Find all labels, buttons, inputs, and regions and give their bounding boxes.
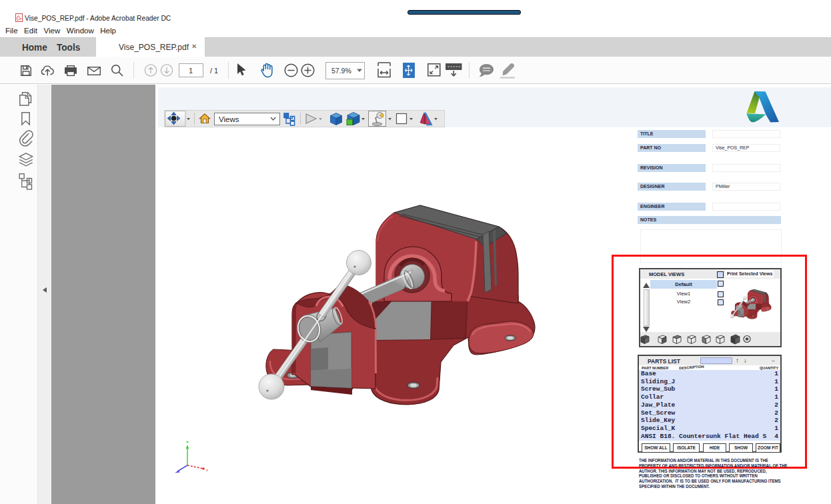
svg-text:/ 1: / 1 [210, 67, 218, 75]
svg-text:x: x [206, 468, 208, 472]
svg-text:57.9%: 57.9% [331, 67, 351, 75]
svg-text:Views: Views [219, 115, 239, 123]
svg-text:1: 1 [189, 67, 193, 75]
